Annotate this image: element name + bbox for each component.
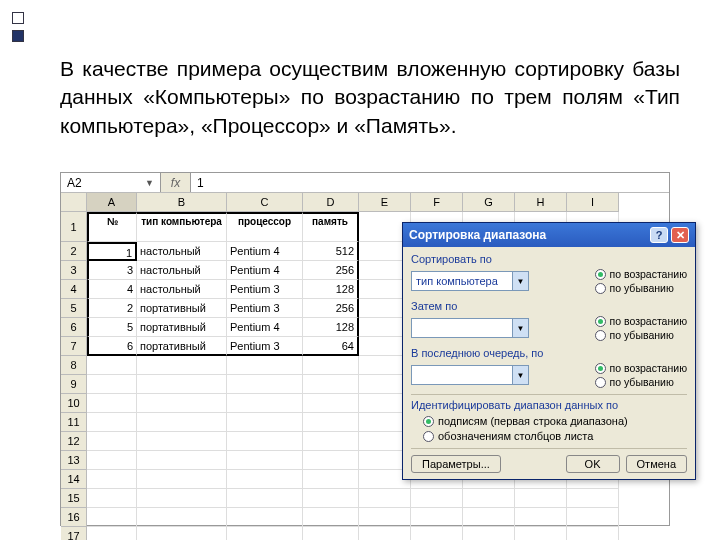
cell[interactable]: Pentium 4 (227, 318, 303, 337)
cell[interactable]: 6 (87, 337, 137, 356)
cell[interactable]: 64 (303, 337, 359, 356)
sort-field-2[interactable]: ▼ (411, 318, 529, 338)
cell[interactable]: настольный (137, 242, 227, 261)
row-header[interactable]: 11 (61, 413, 87, 432)
row-header[interactable]: 9 (61, 375, 87, 394)
cell[interactable] (137, 451, 227, 470)
cell[interactable] (359, 508, 411, 527)
cell[interactable] (515, 489, 567, 508)
cell[interactable] (515, 508, 567, 527)
cell[interactable] (463, 508, 515, 527)
cell[interactable] (411, 508, 463, 527)
row-header[interactable]: 15 (61, 489, 87, 508)
cell[interactable] (137, 489, 227, 508)
col-header[interactable]: D (303, 193, 359, 212)
cell[interactable] (87, 489, 137, 508)
cell[interactable] (303, 375, 359, 394)
radio-desc-3[interactable]: по убыванию (595, 376, 687, 388)
cell[interactable] (303, 508, 359, 527)
cell[interactable] (87, 375, 137, 394)
cell[interactable] (411, 489, 463, 508)
cell[interactable] (227, 375, 303, 394)
table-header[interactable]: тип компьютера (137, 212, 227, 242)
row-header[interactable]: 12 (61, 432, 87, 451)
cell[interactable] (303, 451, 359, 470)
cell[interactable] (137, 470, 227, 489)
cell[interactable] (567, 527, 619, 540)
cell[interactable] (567, 489, 619, 508)
help-button[interactable]: ? (650, 227, 668, 243)
cell[interactable] (359, 527, 411, 540)
cell[interactable]: 128 (303, 280, 359, 299)
cell[interactable] (227, 470, 303, 489)
cell[interactable]: 2 (87, 299, 137, 318)
cell[interactable]: портативный (137, 299, 227, 318)
corner-cell[interactable] (61, 193, 87, 212)
radio-desc-1[interactable]: по убыванию (595, 282, 687, 294)
chevron-down-icon[interactable]: ▼ (512, 272, 528, 290)
cell[interactable] (137, 432, 227, 451)
cell[interactable] (303, 470, 359, 489)
row-header[interactable]: 6 (61, 318, 87, 337)
cell[interactable] (137, 356, 227, 375)
cell[interactable]: портативный (137, 337, 227, 356)
params-button[interactable]: Параметры... (411, 455, 501, 473)
close-button[interactable]: ✕ (671, 227, 689, 243)
cell[interactable]: Pentium 4 (227, 261, 303, 280)
cell[interactable] (137, 413, 227, 432)
cell[interactable] (463, 527, 515, 540)
cell[interactable] (137, 527, 227, 540)
cell[interactable] (137, 375, 227, 394)
radio-desc-2[interactable]: по убыванию (595, 329, 687, 341)
cell[interactable] (227, 508, 303, 527)
cell[interactable] (303, 394, 359, 413)
cell[interactable] (515, 527, 567, 540)
formula-bar[interactable]: 1 (191, 173, 669, 192)
row-header[interactable]: 4 (61, 280, 87, 299)
cell[interactable]: портативный (137, 318, 227, 337)
table-header[interactable]: № (87, 212, 137, 242)
row-header[interactable]: 2 (61, 242, 87, 261)
row-header[interactable]: 3 (61, 261, 87, 280)
col-header[interactable]: C (227, 193, 303, 212)
ok-button[interactable]: OK (566, 455, 620, 473)
row-header[interactable]: 1 (61, 212, 87, 242)
cell[interactable]: 256 (303, 299, 359, 318)
row-header[interactable]: 16 (61, 508, 87, 527)
cell[interactable] (227, 432, 303, 451)
cell[interactable] (227, 527, 303, 540)
chevron-down-icon[interactable]: ▼ (512, 319, 528, 337)
sort-field-3[interactable]: ▼ (411, 365, 529, 385)
cell[interactable] (87, 413, 137, 432)
cell[interactable]: 1 (87, 242, 137, 261)
cell[interactable] (227, 413, 303, 432)
cell[interactable]: 5 (87, 318, 137, 337)
cell[interactable]: настольный (137, 261, 227, 280)
cell[interactable] (303, 356, 359, 375)
radio-ident-header[interactable]: подписям (первая строка диапазона) (423, 415, 687, 427)
cell[interactable] (137, 508, 227, 527)
col-header[interactable]: E (359, 193, 411, 212)
table-header[interactable]: процессор (227, 212, 303, 242)
cell[interactable] (227, 489, 303, 508)
cell[interactable]: 512 (303, 242, 359, 261)
cell[interactable] (87, 432, 137, 451)
col-header[interactable]: G (463, 193, 515, 212)
cell[interactable] (87, 451, 137, 470)
cell[interactable]: 3 (87, 261, 137, 280)
cell[interactable] (463, 489, 515, 508)
cell[interactable]: Pentium 4 (227, 242, 303, 261)
row-header[interactable]: 17 (61, 527, 87, 540)
row-header[interactable]: 14 (61, 470, 87, 489)
col-header[interactable]: H (515, 193, 567, 212)
row-header[interactable]: 7 (61, 337, 87, 356)
col-header[interactable]: A (87, 193, 137, 212)
cell[interactable]: настольный (137, 280, 227, 299)
row-header[interactable]: 13 (61, 451, 87, 470)
row-header[interactable]: 5 (61, 299, 87, 318)
cell[interactable] (359, 489, 411, 508)
cell[interactable]: Pentium 3 (227, 299, 303, 318)
cell[interactable] (227, 451, 303, 470)
cell[interactable]: Pentium 3 (227, 280, 303, 299)
cell[interactable] (87, 527, 137, 540)
